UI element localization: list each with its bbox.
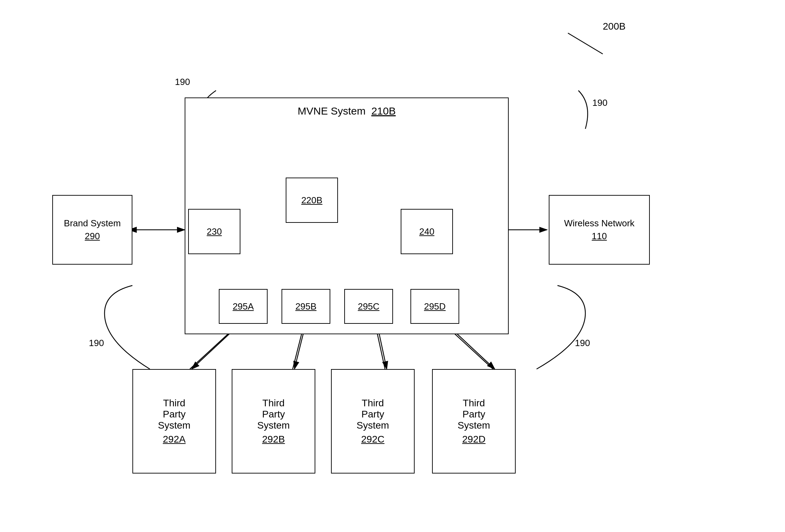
box-240-id: 240 bbox=[419, 226, 434, 237]
label-190-top-left: 190 bbox=[175, 77, 190, 87]
box-295d: 295D bbox=[410, 289, 459, 324]
diagram: 200B MVNE System 210B Brand System 290 W… bbox=[0, 0, 785, 532]
tp-292d-label: ThirdPartySystem bbox=[457, 398, 490, 431]
tp-292b-label: ThirdPartySystem bbox=[257, 398, 290, 431]
third-party-292d: ThirdPartySystem 292D bbox=[432, 369, 516, 474]
box-295a-id: 295A bbox=[233, 301, 254, 312]
box-295d-id: 295D bbox=[424, 301, 446, 312]
wireless-id: 110 bbox=[592, 231, 607, 242]
box-295c: 295C bbox=[344, 289, 393, 324]
third-party-292b: ThirdPartySystem 292B bbox=[232, 369, 315, 474]
label-190-bottom-right: 190 bbox=[575, 338, 590, 349]
box-295a: 295A bbox=[219, 289, 268, 324]
brand-system-box: Brand System 290 bbox=[52, 195, 132, 265]
tp-292a-label: ThirdPartySystem bbox=[158, 398, 190, 431]
svg-line-4 bbox=[568, 33, 603, 54]
label-190-top-right: 190 bbox=[592, 97, 607, 108]
reference-200b-label: 200B bbox=[603, 21, 625, 32]
tp-292c-id: 292C bbox=[361, 434, 385, 445]
tp-292c-label: ThirdPartySystem bbox=[356, 398, 389, 431]
box-230: 230 bbox=[188, 209, 240, 254]
brand-system-label: Brand System bbox=[64, 218, 121, 229]
wireless-label: Wireless Network bbox=[564, 218, 634, 229]
box-240: 240 bbox=[401, 209, 453, 254]
box-220b-id: 220B bbox=[301, 195, 323, 206]
tp-292b-id: 292B bbox=[262, 434, 285, 445]
box-295b-id: 295B bbox=[295, 301, 317, 312]
mvne-label: MVNE System 210B bbox=[298, 105, 395, 117]
third-party-292c: ThirdPartySystem 292C bbox=[331, 369, 415, 474]
brand-system-id: 290 bbox=[85, 231, 100, 242]
label-190-bottom-left: 190 bbox=[89, 338, 104, 349]
tp-292a-id: 292A bbox=[163, 434, 185, 445]
wireless-network-box: Wireless Network 110 bbox=[549, 195, 650, 265]
tp-292d-id: 292D bbox=[462, 434, 486, 445]
box-220b: 220B bbox=[286, 178, 338, 223]
third-party-292a: ThirdPartySystem 292A bbox=[132, 369, 216, 474]
box-295c-id: 295C bbox=[358, 301, 379, 312]
box-230-id: 230 bbox=[207, 226, 222, 237]
box-295b: 295B bbox=[282, 289, 330, 324]
